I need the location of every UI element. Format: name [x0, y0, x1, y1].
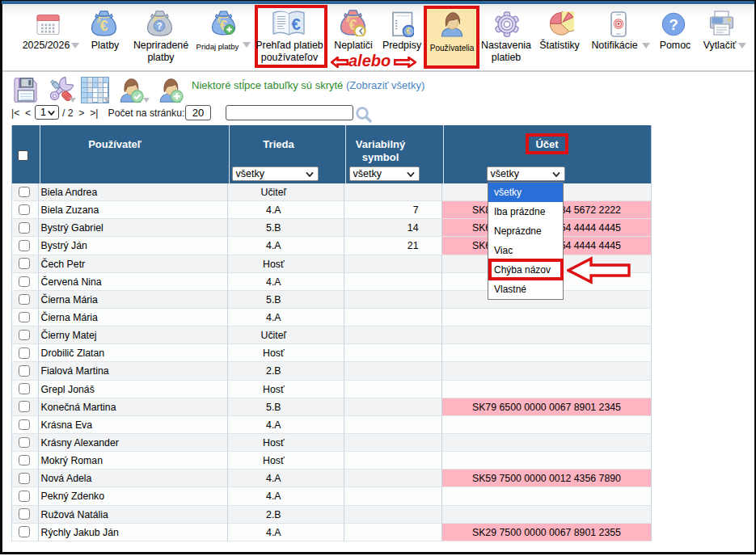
svg-text:?: ? — [669, 16, 678, 33]
svg-text:€: € — [407, 26, 412, 36]
svg-text:€: € — [291, 15, 300, 33]
svg-text:€: € — [100, 18, 108, 34]
svg-text:?: ? — [157, 21, 163, 31]
